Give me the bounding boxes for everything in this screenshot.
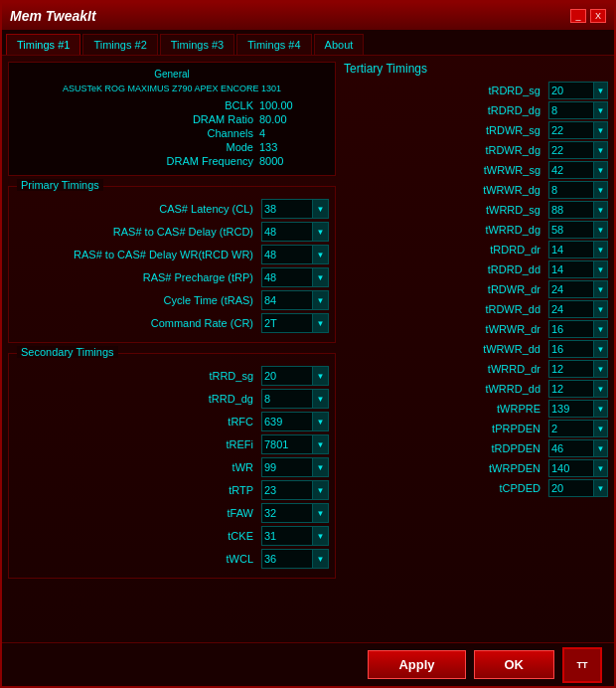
tertiary-title: Tertiary Timings [342,62,608,76]
tertiary-input-wrap-11: ▼ [548,300,608,318]
primary-arrow-1[interactable]: ▼ [313,222,329,242]
primary-row-5: Command Rate (CR) ▼ [15,313,329,333]
tertiary-arrow-1[interactable]: ▼ [594,101,608,119]
tertiary-input-wrap-8: ▼ [548,241,608,258]
tertiary-row-1: tRDRD_dg ▼ [342,101,608,119]
tertiary-arrow-15[interactable]: ▼ [594,380,608,398]
primary-input-1[interactable] [261,222,313,242]
tertiary-input-wrap-4: ▼ [548,161,608,179]
secondary-arrow-1[interactable]: ▼ [313,389,329,409]
secondary-arrow-0[interactable]: ▼ [313,366,329,386]
apply-button[interactable]: Apply [368,650,465,679]
tertiary-input-5[interactable] [548,181,594,199]
secondary-arrow-5[interactable]: ▼ [313,480,329,500]
primary-input-3[interactable] [261,267,313,287]
secondary-arrow-4[interactable]: ▼ [313,457,329,477]
secondary-input-3[interactable] [261,434,313,454]
general-section: General ASUSTeK ROG MAXIMUS Z790 APEX EN… [8,62,336,176]
tertiary-input-12[interactable] [548,320,594,338]
secondary-arrow-2[interactable]: ▼ [313,412,329,431]
secondary-input-6[interactable] [261,503,313,523]
secondary-label-1: tRRD_dg [15,393,261,405]
tertiary-arrow-11[interactable]: ▼ [594,300,608,318]
tertiary-input-wrap-9: ▼ [548,260,608,278]
tertiary-arrow-20[interactable]: ▼ [594,479,608,497]
tertiary-input-15[interactable] [548,380,594,398]
primary-input-5[interactable] [261,313,313,333]
tertiary-input-wrap-15: ▼ [548,380,608,398]
tertiary-input-8[interactable] [548,241,594,258]
tertiary-arrow-0[interactable]: ▼ [594,82,608,99]
tertiary-arrow-9[interactable]: ▼ [594,260,608,278]
tertiary-arrow-3[interactable]: ▼ [594,141,608,159]
tertiary-arrow-17[interactable]: ▼ [594,420,608,437]
secondary-input-2[interactable] [261,412,313,431]
tertiary-arrow-12[interactable]: ▼ [594,320,608,338]
primary-input-4[interactable] [261,290,313,310]
secondary-title: Secondary Timings [17,346,118,358]
tertiary-row-13: tWRWR_dd ▼ [342,340,608,358]
tertiary-input-18[interactable] [548,439,594,457]
tertiary-input-wrap-13: ▼ [548,340,608,358]
primary-arrow-0[interactable]: ▼ [313,199,329,219]
tertiary-arrow-2[interactable]: ▼ [594,121,608,139]
secondary-input-5[interactable] [261,480,313,500]
tertiary-arrow-6[interactable]: ▼ [594,201,608,219]
secondary-input-7[interactable] [261,526,313,546]
tab-about[interactable]: About [314,34,365,55]
tertiary-input-7[interactable] [548,221,594,239]
secondary-input-4[interactable] [261,457,313,477]
tertiary-arrow-16[interactable]: ▼ [594,400,608,418]
close-button[interactable]: X [590,9,606,23]
tertiary-input-1[interactable] [548,101,594,119]
tertiary-arrow-14[interactable]: ▼ [594,360,608,378]
secondary-label-0: tRRD_sg [15,370,261,382]
secondary-arrow-6[interactable]: ▼ [313,503,329,523]
tertiary-input-10[interactable] [548,280,594,298]
tertiary-arrow-8[interactable]: ▼ [594,241,608,258]
secondary-arrow-7[interactable]: ▼ [313,526,329,546]
tab-timings2[interactable]: Timings #2 [82,34,157,55]
tab-timings3[interactable]: Timings #3 [160,34,234,55]
secondary-arrow-3[interactable]: ▼ [313,434,329,454]
tertiary-input-14[interactable] [548,360,594,378]
tab-timings4[interactable]: Timings #4 [236,34,311,55]
tertiary-input-4[interactable] [548,161,594,179]
tab-timings1[interactable]: Timings #1 [6,34,80,55]
tertiary-input-6[interactable] [548,201,594,219]
tertiary-label-16: tWRPRE [342,403,540,415]
primary-arrow-5[interactable]: ▼ [313,313,329,333]
primary-input-2[interactable] [261,245,313,264]
secondary-input-0[interactable] [261,366,313,386]
secondary-input-8[interactable] [261,549,313,569]
tertiary-input-0[interactable] [548,82,594,99]
tertiary-arrow-4[interactable]: ▼ [594,161,608,179]
primary-arrow-4[interactable]: ▼ [313,290,329,310]
tertiary-input-wrap-18: ▼ [548,439,608,457]
tertiary-label-6: tWRRD_sg [342,204,540,216]
tertiary-input-16[interactable] [548,400,594,418]
ok-button[interactable]: OK [474,650,555,679]
tertiary-arrow-13[interactable]: ▼ [594,340,608,358]
tertiary-input-19[interactable] [548,459,594,477]
tertiary-arrow-5[interactable]: ▼ [594,181,608,199]
tertiary-arrow-19[interactable]: ▼ [594,459,608,477]
tertiary-input-13[interactable] [548,340,594,358]
tertiary-arrow-7[interactable]: ▼ [594,221,608,239]
primary-arrow-2[interactable]: ▼ [313,245,329,264]
secondary-input-1[interactable] [261,389,313,409]
tertiary-input-17[interactable] [548,420,594,437]
dram-freq-value: 8000 [259,155,309,167]
primary-input-wrap-5: ▼ [261,313,329,333]
tertiary-input-2[interactable] [548,121,594,139]
tertiary-input-20[interactable] [548,479,594,497]
tertiary-arrow-10[interactable]: ▼ [594,280,608,298]
primary-input-0[interactable] [261,199,313,219]
primary-arrow-3[interactable]: ▼ [313,267,329,287]
tertiary-input-11[interactable] [548,300,594,318]
secondary-arrow-8[interactable]: ▼ [313,549,329,569]
tertiary-arrow-18[interactable]: ▼ [594,439,608,457]
tertiary-input-3[interactable] [548,141,594,159]
minimize-button[interactable]: _ [570,9,586,23]
tertiary-input-9[interactable] [548,260,594,278]
